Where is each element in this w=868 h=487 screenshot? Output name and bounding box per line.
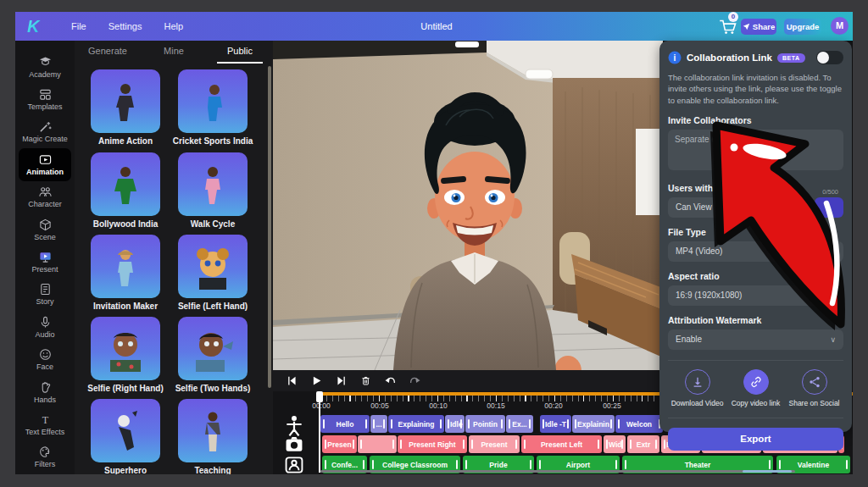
sidebar-item-face[interactable]: Face <box>15 344 75 376</box>
left-sidebar: Academy Templates Magic Create Animation… <box>15 41 75 474</box>
avatar-scene <box>273 41 663 370</box>
tab-public[interactable]: Public <box>207 41 273 64</box>
sidebar-item-audio[interactable]: Audio <box>15 311 75 343</box>
menu-file[interactable]: File <box>71 21 86 31</box>
timeline-clip[interactable]: Present <box>469 435 520 453</box>
animation-card[interactable] <box>91 235 160 298</box>
aspect-ratio-label: Aspect ratio <box>668 271 843 281</box>
app-logo: K <box>27 17 49 36</box>
card-label: Anime Action <box>85 136 166 146</box>
collab-link-toggle[interactable] <box>816 51 843 64</box>
aspect-ratio-select[interactable]: 16:9 (1920x1080) <box>668 285 843 306</box>
menu-settings[interactable]: Settings <box>108 21 142 31</box>
sidebar-item-templates[interactable]: Templates <box>15 83 75 115</box>
timeline-scrollbar-thumb[interactable] <box>743 470 792 473</box>
skip-to-end-button[interactable] <box>334 374 348 388</box>
project-title[interactable]: Untitled <box>386 21 487 31</box>
sidebar-item-scene[interactable]: Scene <box>15 213 75 246</box>
card-label: Bollywood India <box>85 219 166 229</box>
file-type-select[interactable]: MP4 (Video) <box>668 241 843 262</box>
skip-to-start-button[interactable] <box>285 374 298 388</box>
sidebar-item-story[interactable]: Story <box>15 279 75 311</box>
timeline-clip[interactable]: ... <box>370 415 387 433</box>
card-label: Selfie (Two Hands) <box>172 384 253 393</box>
copy-video-link-button[interactable]: Copy video link <box>726 369 785 407</box>
watermark-select[interactable]: Enable∨ <box>668 329 843 350</box>
redo-button[interactable] <box>408 374 421 388</box>
timeline-clip[interactable]: Idle -T <box>540 415 571 433</box>
user-avatar[interactable]: M <box>831 17 849 35</box>
undo-button[interactable] <box>383 374 397 388</box>
timestamp: 00:10 <box>421 401 455 410</box>
invite-button[interactable] <box>815 197 843 218</box>
invite-collaborators-input[interactable] <box>668 130 843 170</box>
collab-title: Collaboration Link <box>687 53 772 63</box>
timeline-clip[interactable]: Pointin <box>465 415 505 433</box>
timeline-scrollbar[interactable] <box>320 470 795 473</box>
animation-card[interactable] <box>91 399 160 462</box>
download-video-button[interactable]: Download Video <box>668 369 726 407</box>
delete-button[interactable] <box>359 374 372 388</box>
academy-icon <box>39 56 52 69</box>
timeline-clip[interactable]: Present Right <box>398 435 467 453</box>
invite-collaborators-label: Invite Collaborators <box>668 115 843 125</box>
animation-card[interactable] <box>91 152 160 216</box>
timeline-clip[interactable]: Explaining <box>388 415 444 433</box>
library-scrollbar[interactable] <box>268 66 271 388</box>
playhead[interactable] <box>319 391 320 473</box>
users-access-label: Users with e <box>668 183 843 193</box>
animation-card[interactable] <box>178 317 248 380</box>
animation-card[interactable] <box>178 69 248 133</box>
svg-text:i: i <box>674 53 676 63</box>
share-on-social-button[interactable]: Share on Social <box>785 369 843 407</box>
title-bar: K File Settings Help Untitled 0 Share Up… <box>15 12 853 41</box>
timeline-clip[interactable]: Welcon <box>615 415 663 433</box>
menu-help[interactable]: Help <box>164 21 183 31</box>
upgrade-button[interactable]: Upgrade <box>784 19 821 35</box>
card-label: Selfie (Right Hand) <box>85 384 166 393</box>
sidebar-item-text-effects[interactable]: T Text Effects <box>15 408 75 440</box>
export-button[interactable]: Export <box>668 428 843 451</box>
card-label: Superhero <box>85 466 166 474</box>
animation-card[interactable] <box>178 152 248 216</box>
play-button[interactable] <box>309 374 323 388</box>
timeline-clip[interactable]: Explainin <box>572 415 615 433</box>
timeline-clip[interactable]: Idle <box>445 415 465 433</box>
share-button[interactable]: Share <box>741 19 776 35</box>
sidebar-item-animation[interactable]: Animation <box>19 148 71 180</box>
animation-card[interactable] <box>178 235 248 298</box>
users-access-select[interactable]: Can View <box>668 197 808 218</box>
playhead-handle[interactable] <box>316 391 323 402</box>
animation-card[interactable] <box>91 69 160 133</box>
sidebar-item-hands[interactable]: Hands <box>15 376 75 408</box>
timeline-clip[interactable] <box>358 435 397 453</box>
sidebar-item-filters[interactable]: Filters <box>15 441 75 473</box>
app-window: K File Settings Help Untitled 0 Share Up… <box>15 12 853 474</box>
timeline-clip[interactable]: Wid <box>604 435 626 453</box>
file-type-label: File Type <box>668 227 843 237</box>
tab-generate[interactable]: Generate <box>75 41 141 64</box>
sidebar-item-academy[interactable]: Academy <box>15 51 75 83</box>
animation-library-panel: Generate Mine Public Anime Action Cricke… <box>75 41 273 474</box>
collaboration-panel: i Collaboration Link BETA The collaborat… <box>659 41 852 432</box>
timeline-clip[interactable]: Hello <box>320 415 370 433</box>
sidebar-item-present[interactable]: Present <box>15 246 75 278</box>
collab-description: The collaboration link invitation is dis… <box>668 72 843 106</box>
divider <box>668 360 843 361</box>
timeline-clip[interactable]: Presen <box>322 435 357 453</box>
timeline-clip[interactable]: Ex... <box>506 415 533 433</box>
timeline-clip[interactable]: Extr <box>627 435 659 453</box>
sidebar-item-magic-create[interactable]: Magic Create <box>15 116 75 148</box>
download-icon <box>692 376 704 388</box>
timestamp: 00:20 <box>537 401 570 410</box>
animation-card[interactable] <box>178 399 248 462</box>
timestamp: 00:05 <box>363 401 397 410</box>
video-preview-canvas[interactable] <box>273 41 663 370</box>
divider <box>668 418 843 418</box>
timeline-clip[interactable]: Present Left <box>521 435 602 453</box>
tab-mine[interactable]: Mine <box>141 41 207 64</box>
animation-card[interactable] <box>91 317 160 380</box>
svg-text:T: T <box>42 414 48 426</box>
card-label: Selfie (Left Hand) <box>172 302 253 311</box>
sidebar-item-character[interactable]: Character <box>15 181 75 213</box>
